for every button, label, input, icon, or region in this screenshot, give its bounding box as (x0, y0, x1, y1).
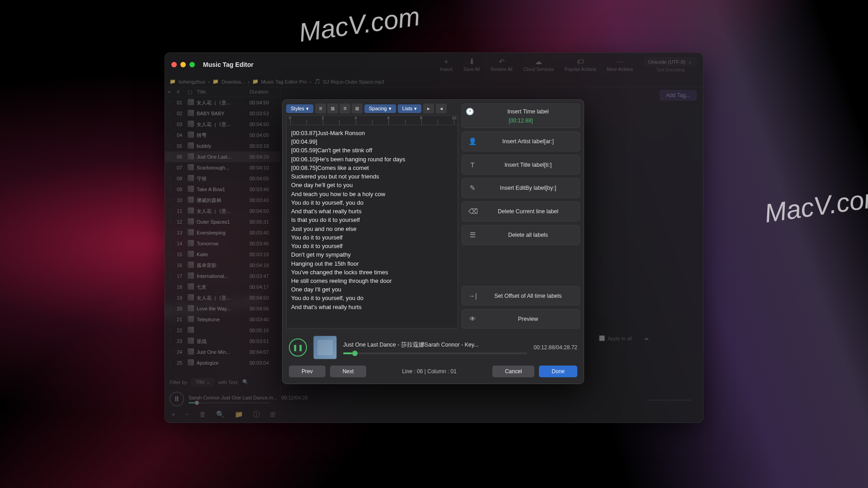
person-icon: 👤 (468, 137, 476, 145)
text-icon: T (468, 161, 476, 169)
lists-dropdown[interactable]: Lists ▾ (398, 104, 422, 113)
trash-icon[interactable]: 🗑 (199, 410, 206, 419)
eye-icon: 👁 (468, 315, 476, 323)
titlebar: Music Tag Editor +Import ⬇Save All ↶Rest… (165, 53, 703, 76)
align-center-icon[interactable]: ≣ (327, 103, 338, 113)
cancel-button[interactable]: Cancel (492, 366, 534, 377)
file-icon: 🎵 (314, 79, 321, 84)
close-icon[interactable] (171, 62, 177, 67)
table-row[interactable]: ⋮21Telephone00:03:40 (165, 314, 280, 325)
insert-title-button[interactable]: TInsert Title label[ti:] (462, 155, 580, 174)
delete-current-line-button[interactable]: ⌫Delete Current line label (462, 202, 580, 221)
more-actions-button[interactable]: ⋯More Actions (607, 58, 633, 72)
insert-editby-button[interactable]: ✎Insert EditBy label[by:] (462, 178, 580, 198)
preview-track-title: Just One Last Dance - 莎拉蔻娜Sarah Connor -… (343, 341, 488, 349)
table-row[interactable]: ⋮19女人花（《意...00:04:50 (165, 292, 280, 303)
table-row[interactable]: ⋮15Katie00:03:18 (165, 249, 280, 260)
remove-button[interactable]: − (185, 410, 189, 419)
now-playing-time: 00:12/04:28 (281, 395, 307, 400)
align-left-icon[interactable]: ≡ (315, 103, 326, 113)
delete-all-button[interactable]: ☰Delete all labels (462, 225, 580, 245)
minimize-icon[interactable] (180, 62, 186, 67)
delete-line-icon: ⌫ (468, 207, 476, 216)
table-row[interactable]: ⋮08守候00:04:05 (165, 173, 280, 184)
table-row[interactable]: ⋮18七友00:04:17 (165, 282, 280, 292)
apply-all-checkbox[interactable] (599, 335, 605, 341)
indent-right-icon[interactable]: ◂ (436, 103, 447, 113)
table-row[interactable]: ⋮16孤单背影00:04:18 (165, 260, 280, 271)
folder-icon: 📁 (212, 79, 219, 84)
styles-dropdown[interactable]: Styles ▾ (286, 104, 313, 113)
table-row[interactable]: ⋮04转弯00:04:05 (165, 130, 280, 141)
search-icon[interactable]: 🔍 (242, 379, 249, 385)
filter-label: Filter by (170, 380, 187, 385)
align-justify-icon[interactable]: ≣ (352, 103, 363, 113)
breadcrumb: 📁liuhengzhuo› 📁Downloa...› 📁Music Tag Ed… (165, 76, 703, 87)
table-row[interactable]: ⋮11女人花（《意...00:04:50 (165, 206, 280, 216)
table-row[interactable]: ⋮01女人花（《意...00:04:50 (165, 97, 280, 108)
done-button[interactable]: Done (539, 366, 577, 377)
table-row[interactable]: ⋮03女人花（《意...00:04:50 (165, 119, 280, 130)
info-icon[interactable]: ⓘ (253, 410, 260, 419)
table-row[interactable]: ⋮17International...00:03:47 (165, 271, 280, 282)
table-row[interactable]: ⋮02BABY BABY00:03:53 (165, 108, 280, 119)
edit-icon: ✎ (468, 184, 476, 192)
table-row[interactable]: ⋮10挪威的森林00:03:43 (165, 195, 280, 206)
save-all-button[interactable]: ⬇Save All (463, 58, 480, 72)
table-row[interactable]: ⋮09Take A Bow100:03:48 (165, 184, 280, 195)
prev-button[interactable]: Prev (289, 366, 326, 377)
insert-time-button[interactable]: 🕐Insert Time label [00:12.88] (462, 103, 580, 128)
insert-artist-button[interactable]: 👤Insert Artist label[ar:] (462, 131, 580, 151)
restore-all-button[interactable]: ↶Restore All (491, 58, 512, 72)
with-text-label: with Text: (218, 380, 239, 385)
now-playing-title: Sarah Connor-Just One Last Dance.m... (189, 395, 277, 400)
app-title: Music Tag Editor (203, 61, 254, 68)
filter-select[interactable]: Title ⌄ (191, 378, 214, 386)
table-row[interactable]: ⋮23逆战00:03:51 (165, 336, 280, 347)
list-icon: ☰ (468, 231, 476, 239)
cursor-position: Line : 06 | Column : 01 (402, 368, 457, 375)
grid-icon[interactable]: ⊞ (270, 410, 276, 419)
preview-button[interactable]: 👁Preview (462, 309, 580, 328)
import-button[interactable]: +Import (440, 58, 453, 72)
align-right-icon[interactable]: ≡ (340, 103, 350, 113)
table-row[interactable]: ⋮14Tomorrow00:03:46 (165, 238, 280, 249)
popular-actions-button[interactable]: 🏷Popular Actions (565, 58, 596, 72)
lyrics-editor-modal: Styles ▾ ≡ ≣ ≡ ≣ Spacing ▾ Lists ▾ ▸ ◂ 0… (282, 99, 584, 384)
indent-left-icon[interactable]: ▸ (423, 103, 434, 113)
chevron-down-icon: ⌄ (688, 59, 692, 65)
cloud-upload-icon[interactable]: ☁ (644, 335, 649, 341)
encoding-select[interactable]: Unicode (UTF-8)⌄ (644, 57, 697, 66)
folder-icon[interactable]: 📁 (235, 410, 243, 419)
progress-bar[interactable] (189, 402, 270, 404)
table-row[interactable]: ⋮20Love the Way...00:04:56 (165, 303, 280, 314)
add-tag-button[interactable]: Add Tag... (660, 90, 697, 101)
table-row[interactable]: ⋮2200:05:16 (165, 325, 280, 336)
cloud-button[interactable]: ☁Cloud Services (524, 58, 554, 72)
table-row[interactable]: ⋮06Just One Last...00:04:28 (165, 151, 280, 162)
play-pause-button[interactable]: ⏸ (170, 392, 184, 406)
preview-play-button[interactable]: ❚❚ (289, 338, 307, 357)
folder-icon: 📁 (252, 79, 259, 84)
folder-icon: 📁 (170, 79, 176, 84)
volume-slider[interactable] (647, 399, 692, 401)
preview-album-art (313, 336, 337, 359)
preview-time: 00:12.88/04:28.72 (533, 344, 577, 351)
set-offset-button[interactable]: →|Set Offset of All time labels (462, 286, 580, 305)
search-icon[interactable]: 🔍 (216, 410, 225, 419)
lyrics-textarea[interactable]: [00:03.87]Just-Mark Ronson [00:04.99] [0… (286, 125, 458, 328)
table-row[interactable]: ⋮05bubbly00:03:18 (165, 141, 280, 151)
preview-progress-bar[interactable] (343, 352, 527, 354)
add-button[interactable]: + (171, 410, 175, 419)
table-row[interactable]: ⋮25Apologize00:03:04 (165, 357, 280, 368)
clock-icon: 🕐 (466, 108, 474, 116)
table-row[interactable]: ⋮13Eversleeping00:03:40 (165, 227, 280, 238)
maximize-icon[interactable] (189, 62, 195, 67)
next-button[interactable]: Next (330, 366, 367, 377)
offset-icon: →| (468, 292, 476, 300)
spacing-dropdown[interactable]: Spacing ▾ (364, 104, 396, 113)
table-row[interactable]: ⋮24Just One Min...00:04:07 (165, 347, 280, 357)
table-row[interactable]: ⋮12Outer Spaces100:05:31 (165, 216, 280, 227)
table-row[interactable]: ⋮07Scarborough...00:04:10 (165, 162, 280, 173)
ruler[interactable]: 0246810 (286, 115, 458, 125)
